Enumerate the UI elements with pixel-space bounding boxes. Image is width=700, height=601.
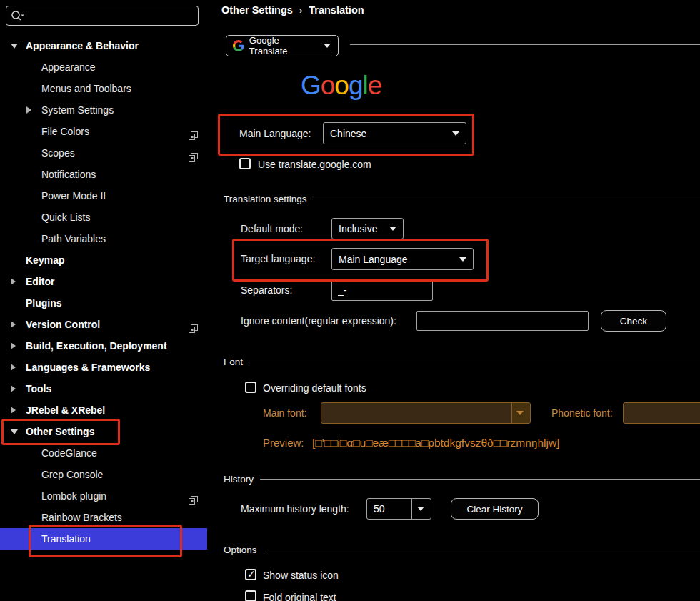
sidebar-item-appearance[interactable]: Appearance (0, 56, 207, 78)
main-language-select[interactable]: Chinese (323, 122, 466, 144)
phonetic-font-label: Phonetic font: (551, 402, 613, 424)
override-fonts-checkbox[interactable] (245, 382, 256, 393)
sidebar-item-rainbow-brackets[interactable]: Rainbow Brackets (0, 507, 207, 528)
tree-toggle-icon[interactable] (11, 385, 16, 392)
sidebar-item-label: Quick Lists (41, 212, 90, 223)
sidebar-item-languages-frameworks[interactable]: Languages & Frameworks (0, 357, 207, 378)
section-title: Translation settings (224, 194, 307, 204)
chevron-down-icon (516, 411, 524, 415)
sidebar-item-label: CodeGlance (41, 447, 97, 459)
sidebar-item-plugins[interactable]: Plugins (0, 292, 207, 314)
sidebar-item-translation[interactable]: Translation (0, 528, 207, 550)
chevron-down-icon (452, 131, 459, 136)
sidebar-item-label: Appearance & Behavior (26, 40, 139, 51)
divider (350, 44, 700, 45)
sidebar-item-label: File Colors (41, 126, 89, 137)
sidebar-item-label: JRebel & XRebel (26, 404, 105, 416)
search-input[interactable] (27, 10, 194, 22)
main-font-label: Main font: (263, 402, 306, 424)
tree-toggle-icon[interactable] (11, 342, 16, 349)
default-mode-label: Default mode: (241, 218, 303, 239)
breadcrumb-current: Translation (309, 4, 364, 16)
breadcrumb-separator-icon: › (299, 5, 302, 16)
sidebar-item-label: Languages & Frameworks (26, 362, 150, 373)
sidebar-item-system-settings[interactable]: System Settings (0, 99, 207, 121)
section-history: History (224, 473, 700, 485)
sidebar-item-label: Menus and Toolbars (41, 83, 131, 94)
separators-label: Separators: (241, 279, 292, 301)
sidebar-item-label: Rainbow Brackets (41, 512, 122, 523)
sidebar-item-label: Lombok plugin (41, 490, 106, 502)
breadcrumb-parent[interactable]: Other Settings (221, 4, 293, 16)
section-options: Options (224, 544, 700, 555)
sidebar-item-editor[interactable]: Editor (0, 271, 207, 292)
section-rule (260, 479, 700, 480)
engine-select[interactable]: Google Translate (226, 35, 339, 56)
override-fonts-label[interactable]: Overriding default fonts (263, 382, 366, 394)
sidebar-item-tools[interactable]: Tools (0, 378, 207, 399)
tree-toggle-icon[interactable] (26, 106, 31, 114)
sidebar-item-appearance-behavior[interactable]: Appearance & Behavior (0, 35, 207, 56)
sidebar-item-version-control[interactable]: Version Control (0, 314, 207, 335)
search-icon (11, 10, 24, 21)
ignore-content-input[interactable] (416, 311, 589, 331)
sidebar-item-label: System Settings (41, 104, 114, 116)
breadcrumb: Other Settings › Translation (221, 4, 364, 16)
sidebar-item-label: Keymap (26, 254, 64, 266)
max-history-combo[interactable]: 50 (366, 498, 431, 520)
default-mode-select[interactable]: Inclusive (331, 218, 404, 239)
sidebar-item-label: Scopes (41, 147, 75, 159)
sidebar-item-grep-console[interactable]: Grep Console (0, 464, 207, 485)
sidebar-item-keymap[interactable]: Keymap (0, 249, 207, 271)
chevron-down-icon (324, 44, 331, 48)
chevron-down-icon (417, 507, 424, 511)
tree-toggle-icon[interactable] (11, 429, 18, 434)
section-rule (249, 362, 700, 362)
main-language-value: Chinese (330, 128, 366, 139)
chevron-down-icon (459, 257, 466, 262)
fold-original-text-checkbox[interactable] (245, 590, 256, 601)
sidebar-item-label: Tools (26, 383, 51, 394)
sidebar-item-power-mode-ii[interactable]: Power Mode II (0, 185, 207, 207)
use-google-com-label[interactable]: Use translate.google.com (258, 158, 371, 171)
sidebar-item-lombok-plugin[interactable]: Lombok plugin (0, 485, 207, 507)
tree-toggle-icon[interactable] (11, 407, 16, 414)
max-history-label: Maximum history length: (241, 498, 349, 520)
phonetic-font-select[interactable] (623, 402, 700, 424)
main-font-select[interactable] (321, 402, 531, 424)
chevron-down-icon (389, 227, 396, 231)
settings-search-box[interactable] (6, 6, 199, 26)
sidebar-item-label: Appearance (41, 61, 96, 73)
check-button[interactable]: Check (601, 310, 666, 332)
sidebar-item-build-execution-deployment[interactable]: Build, Execution, Deployment (0, 335, 207, 357)
tree-toggle-icon[interactable] (11, 364, 16, 371)
ignore-content-label: Ignore content(regular expression): (241, 310, 396, 332)
sidebar-item-file-colors[interactable]: File Colors (0, 121, 207, 142)
section-rule (264, 550, 700, 550)
sidebar-item-label: Editor (26, 276, 54, 287)
section-title: Font (224, 357, 243, 367)
sidebar-item-other-settings[interactable]: Other Settings (0, 421, 207, 442)
target-language-select[interactable]: Main Language (331, 248, 474, 270)
clear-history-button[interactable]: Clear History (451, 498, 539, 520)
fold-original-text-label[interactable]: Fold original text (263, 591, 336, 601)
sidebar-item-path-variables[interactable]: Path Variables (0, 228, 207, 249)
use-google-com-checkbox[interactable] (239, 158, 251, 169)
show-status-icon-checkbox[interactable] (245, 569, 256, 580)
sidebar-item-menus-and-toolbars[interactable]: Menus and Toolbars (0, 78, 207, 99)
section-title: Options (224, 545, 257, 555)
section-rule (314, 199, 700, 199)
sidebar-item-quick-lists[interactable]: Quick Lists (0, 207, 207, 228)
tree-toggle-icon[interactable] (11, 44, 18, 49)
sidebar-item-label: Grep Console (41, 469, 103, 480)
sidebar-item-jrebel-xrebel[interactable]: JRebel & XRebel (0, 399, 207, 421)
tree-toggle-icon[interactable] (11, 278, 16, 285)
sidebar-item-scopes[interactable]: Scopes (0, 142, 207, 164)
show-status-icon-label[interactable]: Show status icon (263, 569, 339, 582)
preview-label: Preview: (263, 432, 304, 454)
sidebar-item-codeglance[interactable]: CodeGlance (0, 442, 207, 464)
tree-toggle-icon[interactable] (11, 321, 16, 328)
sidebar-item-notifications[interactable]: Notifications (0, 164, 207, 185)
engine-select-value: Google Translate (249, 35, 319, 56)
separators-input[interactable] (331, 279, 433, 301)
